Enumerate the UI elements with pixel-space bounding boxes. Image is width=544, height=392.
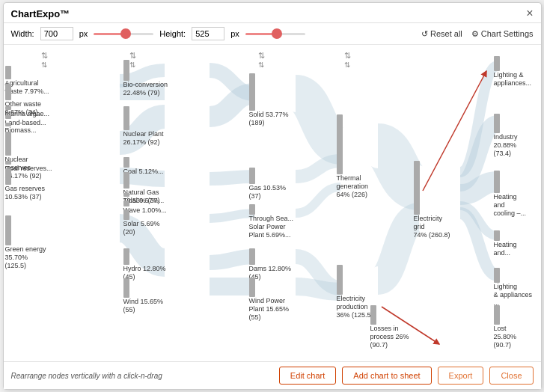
- chart-area: ⇅ ⇅ ⇅ ⇅ Agriculturalwaste 7.97%... Other…: [4, 45, 541, 361]
- node-dams[interactable]: Dams 12.80%(45): [249, 248, 292, 281]
- node-solid[interactable]: Solid 53.77%(189): [249, 73, 289, 127]
- node-lost[interactable]: Lost25.80%(90.7): [494, 305, 517, 349]
- node-industry[interactable]: Industry20.88%(73.4): [494, 114, 518, 157]
- node-through-sea-solar[interactable]: Through Sea...Solar PowerPlant 5.69%...: [249, 204, 294, 239]
- chart-settings-button[interactable]: ⚙ Chart Settings: [471, 29, 534, 39]
- node-wind[interactable]: Wind 15.65%(55): [123, 278, 164, 314]
- close-dialog-button[interactable]: Close: [489, 367, 533, 385]
- node-lighting-appliances-1[interactable]: Lighting &appliances...: [494, 56, 532, 88]
- width-input[interactable]: [40, 27, 73, 40]
- close-icon[interactable]: ×: [526, 7, 533, 19]
- add-chart-button[interactable]: Add chart to sheet: [342, 367, 431, 385]
- edit-chart-button[interactable]: Edit chart: [279, 367, 336, 385]
- node-electricity-production[interactable]: Electricityproduction36% (125.5): [337, 265, 373, 319]
- toolbar-right: ↺ Reset all ⚙ Chart Settings: [421, 29, 534, 39]
- height-slider[interactable]: [245, 33, 305, 35]
- node-electricity-grid[interactable]: Electricity grid74% (260.8): [414, 161, 453, 239]
- node-lighting-appliances-2[interactable]: Lighting& appliances...: [494, 268, 533, 307]
- title-bar: ChartExpo™ ×: [4, 3, 541, 23]
- width-unit: px: [79, 29, 88, 38]
- node-thermal-generation[interactable]: Thermalgeneration64% (226): [337, 114, 369, 198]
- node-losses-in-process[interactable]: Losses inprocess 26%(90.7): [370, 305, 409, 349]
- node-gas[interactable]: Gas 10.53%(37): [249, 168, 287, 200]
- height-label: Height:: [159, 29, 186, 38]
- node-heating-and[interactable]: Heatingand...: [494, 230, 517, 257]
- node-solar[interactable]: Solar 5.69%(20): [123, 209, 160, 236]
- node-nuclear-plant[interactable]: Nuclear Plant26.17% (92): [123, 106, 164, 147]
- node-wind-power-plant[interactable]: Wind PowerPlant 15.65%(55): [249, 278, 290, 321]
- node-green-energy[interactable]: Green energy35.70%(125.5): [5, 215, 46, 269]
- width-label: Width:: [11, 29, 34, 38]
- footer: Rearrange nodes vertically with a click-…: [4, 361, 541, 389]
- footer-buttons: Edit chart Add chart to sheet Export Clo…: [279, 367, 534, 385]
- settings-icon: ⚙: [471, 29, 479, 39]
- col4-sort[interactable]: ⇅: [344, 51, 351, 69]
- reset-label: Reset all: [430, 29, 462, 38]
- node-heating-cooling[interactable]: Heatingandcooling –...: [494, 171, 527, 217]
- footer-hint: Rearrange nodes vertically with a click-…: [11, 372, 162, 380]
- node-bio-conversion[interactable]: Bio-conversion22.48% (79): [123, 60, 168, 97]
- height-slider-container: [245, 33, 305, 35]
- height-unit: px: [230, 29, 239, 38]
- reset-icon: ↺: [421, 29, 428, 39]
- settings-label: Chart Settings: [481, 29, 534, 38]
- chart-expo-dialog: ChartExpo™ × Width: px Height: px ↺ Rese…: [3, 2, 542, 390]
- toolbar: Width: px Height: px ↺ Reset all ⚙ Chart…: [4, 23, 541, 45]
- dialog-title: ChartExpo™: [11, 8, 70, 19]
- col3-sort[interactable]: ⇅: [258, 51, 265, 69]
- node-hydro[interactable]: Hydro 12.80%(45): [123, 248, 166, 281]
- width-slider-container: [94, 33, 153, 35]
- width-slider[interactable]: [94, 33, 153, 35]
- height-input[interactable]: [192, 27, 224, 40]
- node-gas-reserves[interactable]: Gas reserves10.53% (37): [5, 168, 46, 201]
- export-button[interactable]: Export: [438, 367, 484, 385]
- reset-all-button[interactable]: ↺ Reset all: [421, 29, 462, 39]
